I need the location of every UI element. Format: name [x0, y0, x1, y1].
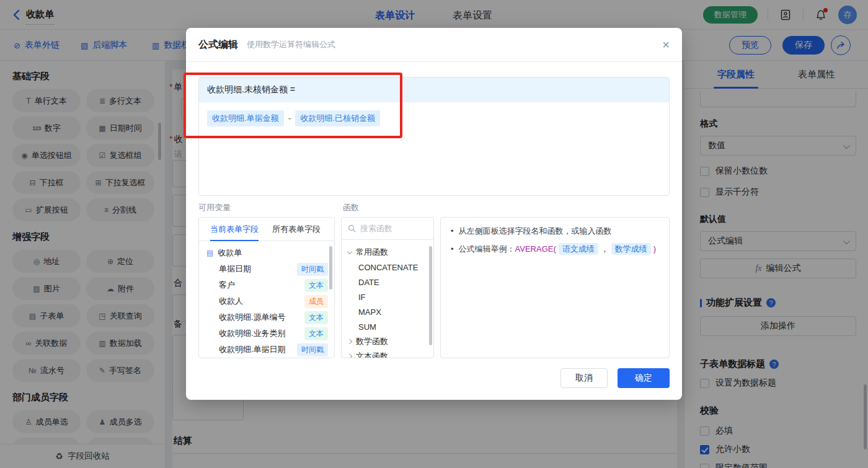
tab-current-form-fields[interactable]: 当前表单字段 [210, 218, 259, 241]
variable-label: 客户 [219, 280, 235, 291]
tab-all-form-fields[interactable]: 所有表单字段 [272, 218, 321, 241]
function-item[interactable]: MAPX [348, 304, 428, 319]
chevron-right-icon [347, 354, 352, 358]
chevron-right-icon [347, 339, 352, 344]
formula-operand-chip[interactable]: 收款明细.单据金额 [207, 110, 284, 126]
modal-title: 公式编辑 [198, 38, 238, 51]
tip-example-line: • 公式编辑举例：AVERAGE(语文成绩，数学成绩) [451, 243, 659, 255]
search-icon [348, 224, 356, 232]
tip-line: • 从左侧面板选择字段名和函数，或输入函数 [451, 225, 659, 237]
cancel-button[interactable]: 取消 [560, 368, 608, 388]
variable-label: 收款明细.源单编号 [219, 312, 286, 323]
comma: ， [601, 244, 609, 254]
function-search[interactable] [342, 218, 433, 240]
formula-target-row: 收款明细.未核销金额 = [199, 77, 669, 102]
example-field-chip: 数学成绩 [611, 243, 651, 255]
function-item[interactable]: IF [348, 289, 428, 304]
variable-row[interactable]: 收款明细.业务类别 文本 [206, 325, 328, 342]
variables-scrollbar-thumb[interactable] [329, 246, 332, 289]
variable-label: 收款明细.单据日期 [219, 344, 286, 355]
type-badge: 文本 [304, 311, 328, 324]
variable-label: 收款明细.业务类别 [219, 328, 286, 339]
close-icon[interactable]: × [662, 38, 670, 51]
function-item[interactable]: CONCATENATE [348, 260, 428, 275]
variable-row[interactable]: 收款明细.单据日期 时间戳 [206, 342, 328, 358]
tip-example-prefix: 公式编辑举例： [459, 244, 515, 254]
function-item[interactable]: DATE [348, 275, 428, 289]
formula-editor-modal: 公式编辑 使用数学运算符编辑公式 × 收款明细.未核销金额 = 收款明细.单据金… [186, 28, 682, 400]
function-group-common[interactable]: 常用函数 [348, 245, 428, 260]
variable-row[interactable]: 单据日期 时间戳 [206, 261, 328, 277]
chevron-down-icon [347, 249, 352, 254]
formula-operand-chip[interactable]: 收款明细.已核销金额 [295, 110, 380, 126]
formula-operator: - [288, 113, 291, 123]
type-badge: 文本 [304, 279, 328, 292]
formula-target: 收款明细.未核销金额 = [207, 84, 295, 95]
formula-editor[interactable]: 收款明细.未核销金额 = 收款明细.单据金额 - 收款明细.已核销金额 [198, 77, 670, 196]
tip-text: 从左侧面板选择字段名和函数，或输入函数 [459, 225, 612, 237]
function-token: ) [653, 244, 656, 254]
confirm-button[interactable]: 确定 [618, 368, 670, 388]
formula-expression-row[interactable]: 收款明细.单据金额 - 收款明细.已核销金额 [199, 102, 669, 135]
function-group-label: 文本函数 [356, 351, 388, 358]
type-badge: 文本 [304, 327, 328, 340]
bullet: • [451, 243, 454, 255]
variable-row[interactable]: 客户 文本 [206, 277, 328, 293]
type-badge: 时间戳 [297, 263, 328, 276]
modal-subtitle: 使用数学运算符编辑公式 [247, 39, 335, 50]
variable-tree-root[interactable]: ▤ 收款单 [206, 245, 328, 261]
variables-label: 可用变量 [198, 202, 343, 213]
variables-panel: 当前表单字段 所有表单字段 ▤ 收款单 单据日期 时间戳 客户 文本 [198, 217, 335, 358]
type-badge: 时间戳 [297, 343, 328, 356]
variable-label: 收款人 [219, 296, 243, 307]
tip-example: 公式编辑举例：AVERAGE(语文成绩，数学成绩) [459, 243, 657, 255]
function-token: AVERAGE( [515, 244, 556, 254]
function-search-input[interactable] [360, 224, 422, 233]
function-group-label: 数学函数 [356, 336, 388, 347]
tips-panel: • 从左侧面板选择字段名和函数，或输入函数 • 公式编辑举例：AVERAGE(语… [440, 217, 670, 358]
document-icon: ▤ [206, 249, 213, 257]
type-badge: 成员 [304, 295, 328, 308]
example-field-chip: 语文成绩 [559, 243, 598, 255]
variable-row[interactable]: 收款明细.源单编号 文本 [206, 309, 328, 325]
functions-panel: 常用函数 CONCATENATE DATE IF MAPX SUM 数学函数 文… [341, 217, 434, 358]
function-group-label: 常用函数 [356, 247, 388, 258]
variable-root-label: 收款单 [218, 247, 242, 258]
functions-scrollbar-thumb[interactable] [429, 246, 432, 345]
modal-header: 公式编辑 使用数学运算符编辑公式 × [186, 28, 682, 62]
function-group-math[interactable]: 数学函数 [348, 334, 428, 349]
function-item[interactable]: SUM [348, 319, 428, 334]
variable-label: 单据日期 [219, 263, 251, 275]
functions-label: 函数 [343, 202, 359, 213]
function-group-text[interactable]: 文本函数 [348, 349, 428, 358]
bullet: • [451, 225, 454, 237]
variable-row[interactable]: 收款人 成员 [206, 293, 328, 309]
